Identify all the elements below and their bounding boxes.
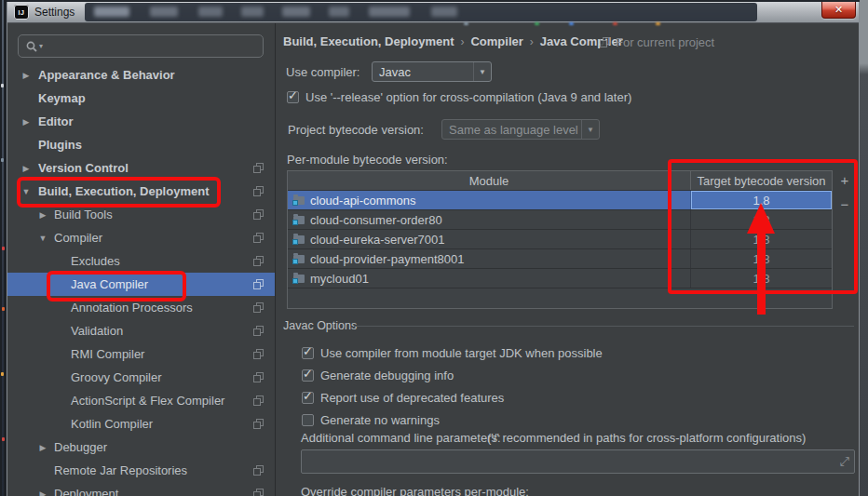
sidebar-item-java-compiler[interactable]: Java Compiler bbox=[7, 273, 275, 296]
sidebar-item-validation[interactable]: Validation bbox=[7, 319, 275, 342]
project-scope-icon bbox=[253, 489, 264, 496]
breadcrumb-part-compiler[interactable]: Compiler bbox=[470, 34, 522, 48]
tree-collapsed-icon[interactable]: ▶ bbox=[38, 443, 47, 452]
tree-collapsed-icon[interactable]: ▶ bbox=[38, 489, 47, 496]
settings-dialog: IJ Settings ✕ ▾ ▶Appearance & bbox=[7, 2, 860, 496]
sidebar-item-rmi-compiler[interactable]: RMI Compiler bbox=[7, 342, 275, 366]
sidebar-item-appearance-behavior[interactable]: ▶Appearance & Behavior bbox=[7, 63, 275, 87]
sidebar-item-annotation-processors[interactable]: Annotation Processors bbox=[7, 296, 275, 319]
project-bytecode-select[interactable]: Same as language level ▼ bbox=[441, 119, 600, 140]
module-row-cloud-eureka-server7001[interactable]: cloud-eureka-server70011.8 bbox=[288, 230, 832, 249]
intellij-logo-icon: IJ bbox=[14, 5, 29, 20]
chevron-down-icon: ▼ bbox=[581, 120, 599, 139]
checkbox-generate-debugging-info[interactable]: ✓ bbox=[302, 369, 314, 382]
sidebar-item-remote-jar-repositories[interactable]: Remote Jar Repositories bbox=[7, 459, 275, 482]
sidebar-item-editor[interactable]: ▶Editor bbox=[7, 110, 275, 133]
sidebar-item-label: ActionScript & Flex Compiler bbox=[71, 394, 224, 408]
javac-option-label: Use compiler from module target JDK when… bbox=[320, 346, 603, 360]
checkbox-use-compiler-from-module-target-jdk-when-possible[interactable]: ✓ bbox=[302, 347, 314, 359]
module-row-cloud-api-commons[interactable]: cloud-api-commons1.8 bbox=[288, 191, 832, 210]
sidebar-item-actionscript-flex-compiler[interactable]: ActionScript & Flex Compiler bbox=[7, 389, 275, 412]
sidebar-item-plugins[interactable]: Plugins bbox=[7, 133, 275, 156]
sidebar-item-debugger[interactable]: ▶Debugger bbox=[7, 436, 275, 459]
table-header: Module Target bytecode version bbox=[288, 171, 832, 191]
params-input[interactable]: ⤢ bbox=[301, 449, 855, 474]
column-header-target[interactable]: Target bytecode version bbox=[691, 171, 832, 190]
sidebar-item-keymap[interactable]: Keymap bbox=[7, 87, 275, 110]
sidebar-item-label: Debugger bbox=[54, 440, 107, 454]
ide-background-right bbox=[860, 0, 868, 496]
tree-collapsed-icon[interactable]: ▶ bbox=[21, 71, 31, 80]
target-bytecode-cell[interactable]: 1.8 bbox=[691, 249, 832, 268]
window-title: Settings bbox=[34, 6, 75, 19]
checkbox-generate-no-warnings[interactable]: ✓ bbox=[302, 414, 314, 426]
screen: IJ Settings ✕ ▾ ▶Appearance & bbox=[0, 0, 868, 496]
sidebar-item-build-tools[interactable]: ▶Build Tools bbox=[7, 203, 275, 226]
breadcrumb-part-build-execution-deployment[interactable]: Build, Execution, Deployment bbox=[283, 34, 454, 48]
column-header-module[interactable]: Module bbox=[288, 171, 691, 190]
target-bytecode-cell[interactable]: 1.8 bbox=[691, 230, 832, 248]
add-module-button[interactable]: + bbox=[837, 174, 852, 189]
project-scope-icon bbox=[253, 349, 264, 359]
java-compiler-panel: Build, Execution, Deployment›Compiler›Ja… bbox=[276, 23, 859, 496]
target-bytecode-cell[interactable]: 1.8 bbox=[691, 269, 832, 288]
search-icon bbox=[25, 40, 38, 53]
close-button[interactable]: ✕ bbox=[821, 2, 856, 19]
remove-module-button[interactable]: − bbox=[837, 198, 852, 213]
project-scope-icon bbox=[253, 419, 264, 429]
tree-collapsed-icon[interactable]: ▶ bbox=[21, 117, 31, 127]
project-bytecode-label: Project bytecode version: bbox=[288, 123, 424, 137]
project-scope-icon bbox=[253, 209, 264, 220]
sidebar-item-label: RMI Compiler bbox=[71, 347, 144, 361]
use-compiler-select[interactable]: Javac ▼ bbox=[372, 61, 492, 82]
dialog-titlebar[interactable]: IJ Settings ✕ bbox=[7, 2, 859, 23]
sidebar-item-compiler[interactable]: ▼Compiler bbox=[7, 226, 275, 249]
tree-collapsed-icon[interactable]: ▶ bbox=[21, 164, 31, 173]
module-row-mycloud01[interactable]: mycloud011.8 bbox=[288, 269, 832, 288]
checkbox-report-use-of-deprecated-features[interactable]: ✓ bbox=[302, 392, 314, 404]
sidebar-item-label: Excludes bbox=[71, 254, 120, 268]
project-scope-icon bbox=[253, 395, 264, 406]
sidebar-item-version-control[interactable]: ▶Version Control bbox=[7, 156, 275, 180]
sidebar: ▾ ▶Appearance & BehaviorKeymap▶EditorPlu… bbox=[7, 23, 276, 496]
javac-option-row-generate-debugging-info[interactable]: ✓Generate debugging info bbox=[302, 369, 454, 382]
ide-background-left bbox=[0, 0, 7, 496]
check-icon: ✓ bbox=[288, 89, 298, 101]
group-separator bbox=[354, 326, 854, 327]
sidebar-item-excludes[interactable]: Excludes bbox=[7, 249, 275, 273]
release-option-checkbox[interactable]: ✓ bbox=[287, 91, 299, 103]
release-option-checkbox-row[interactable]: ✓ Use '--release' option for cross-compi… bbox=[287, 90, 631, 104]
project-scope-icon bbox=[253, 465, 264, 476]
module-row-cloud-provider-payment8001[interactable]: cloud-provider-payment80011.8 bbox=[288, 249, 832, 269]
tree-expanded-icon[interactable]: ▼ bbox=[21, 187, 31, 196]
javac-option-row-generate-no-warnings[interactable]: ✓Generate no warnings bbox=[302, 413, 440, 427]
target-bytecode-cell[interactable]: 1.8 bbox=[691, 210, 832, 229]
settings-tree: ▶Appearance & BehaviorKeymap▶EditorPlugi… bbox=[7, 63, 275, 496]
module-icon bbox=[292, 214, 305, 225]
tree-expanded-icon[interactable]: ▼ bbox=[38, 234, 47, 243]
javac-option-row-report-use-of-deprecated-features[interactable]: ✓Report use of deprecated features bbox=[302, 391, 504, 405]
module-name: cloud-api-commons bbox=[310, 194, 415, 208]
sidebar-item-label: Build Tools bbox=[54, 208, 113, 221]
sidebar-item-label: Compiler bbox=[54, 231, 102, 245]
sidebar-item-label: Java Compiler bbox=[71, 277, 148, 291]
settings-search-input[interactable]: ▾ bbox=[18, 34, 264, 58]
javac-option-row-use-compiler-from-module-target-jdk-when-possible[interactable]: ✓Use compiler from module target JDK whe… bbox=[302, 346, 603, 360]
sidebar-item-label: Remote Jar Repositories bbox=[54, 463, 187, 477]
module-row-cloud-consumer-order80[interactable]: cloud-consumer-order801.8 bbox=[288, 210, 832, 230]
target-bytecode-cell[interactable]: 1.8 bbox=[691, 191, 832, 209]
check-icon: ✓ bbox=[303, 390, 313, 402]
project-scope-icon bbox=[253, 326, 264, 336]
sidebar-item-kotlin-compiler[interactable]: Kotlin Compiler bbox=[7, 412, 275, 436]
project-scope-icon bbox=[253, 279, 264, 289]
sidebar-item-groovy-compiler[interactable]: Groovy Compiler bbox=[7, 366, 275, 389]
module-icon bbox=[292, 253, 305, 264]
sidebar-item-build-execution-deployment[interactable]: ▼Build, Execution, Deployment bbox=[7, 180, 275, 203]
module-name: cloud-consumer-order80 bbox=[310, 213, 442, 227]
sidebar-item-label: Deployment bbox=[54, 487, 118, 496]
module-name: mycloud01 bbox=[310, 272, 369, 286]
expand-field-icon[interactable]: ⤢ bbox=[840, 454, 849, 469]
tree-collapsed-icon[interactable]: ▶ bbox=[38, 210, 47, 220]
sidebar-item-deployment[interactable]: ▶Deployment bbox=[7, 482, 275, 496]
per-module-label: Per-module bytecode version: bbox=[287, 153, 448, 167]
